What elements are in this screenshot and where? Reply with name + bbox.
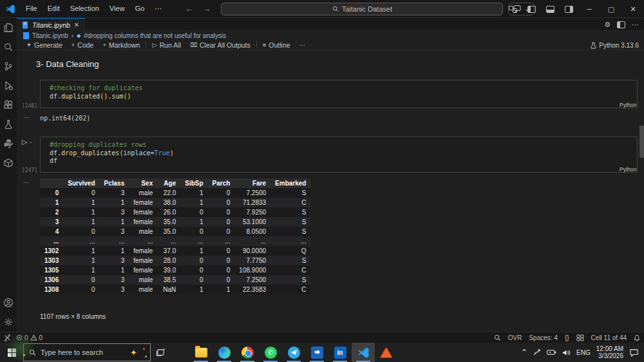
back-arrow-icon[interactable]: ← [185,4,193,14]
run-debug-icon[interactable] [0,76,17,95]
breadcrumb-cell[interactable]: #dropping columns that are not useful fo… [84,32,226,39]
toolbar-more-button[interactable]: ⋯ [295,40,310,50]
command-search-input[interactable]: Taitanic Dataset [221,3,503,15]
maximize-button[interactable]: ▢ [600,0,622,18]
code-cell-1[interactable]: #checking for duplicatesdf.duplicated().… [40,80,638,108]
code-editor[interactable]: #dropping duplicates rowsdf.drop_duplica… [41,137,637,168]
cell-language-label[interactable]: Python [620,166,636,173]
table-cell: 1 [100,198,129,207]
taskbar-app-edge[interactable] [213,343,236,362]
taskbar-app-file-explorer[interactable] [189,343,213,362]
menu-edit[interactable]: Edit [43,3,65,15]
run-cell-button[interactable]: ▷ ⌄ [22,138,32,146]
clock[interactable]: 12:00 AM 3/3/2026 [596,345,623,359]
table-row: 311female35.01053.1000S [40,217,310,227]
table-cell: 1 [63,217,99,227]
start-button[interactable] [0,343,23,362]
telegram-icon [288,347,300,359]
forward-arrow-icon[interactable]: → [202,4,211,14]
table-cell: 0 [208,246,235,256]
taskbar-app-vscode[interactable] [352,343,375,362]
cell-position-indicator[interactable]: Cell 11 of 44 [591,334,627,341]
breadcrumb-file[interactable]: Titanic.ipynb [32,32,68,39]
toolbar-markdown-button[interactable]: +Markdown [98,40,144,50]
task-view-button[interactable] [151,343,170,362]
gear-icon[interactable]: ⚙ [604,21,611,29]
action-center-icon[interactable] [629,348,639,357]
overtype-indicator[interactable]: OVR [508,334,522,341]
editor-scrollbar[interactable] [639,126,644,158]
settings-gear-icon[interactable] [0,312,17,332]
taskbar-app-matlab[interactable] [375,343,398,362]
token-func: sum [111,93,123,100]
more-actions-icon[interactable]: ⋯ [632,21,639,29]
taskbar-app-chrome[interactable] [236,343,259,362]
battery-icon[interactable] [547,349,556,356]
split-editor-icon[interactable] [617,21,625,28]
table-row: 003male22.0107.2500S [40,188,310,198]
taskbar-app-whatsapp[interactable]: ✆ [259,343,282,362]
code-editor[interactable]: #checking for duplicatesdf.duplicated().… [41,81,637,103]
output-collapse-dots[interactable]: ⋯ [23,179,30,186]
table-cell: 7.7750 [234,256,270,265]
menu-selection[interactable]: Selection [65,3,104,15]
customize-layout-icon[interactable] [509,6,517,13]
indentation-indicator[interactable]: Spaces: 4 [529,334,557,341]
menu-view[interactable]: View [104,3,130,15]
table-cell: ... [270,236,310,246]
extensions-icon[interactable] [0,95,17,115]
table-cell: 3 [100,285,129,294]
zoom-icon[interactable] [494,334,501,341]
table-cell: 1 [63,207,99,217]
explorer-icon[interactable] [0,18,17,37]
problems-button[interactable]: 0 0 [16,334,43,341]
language-indicator[interactable]: ENG [576,349,591,356]
testing-icon[interactable] [0,115,17,134]
source-control-icon[interactable] [0,57,17,76]
menu-file[interactable]: File [21,3,43,15]
table-cell: S [270,256,310,265]
table-cell: 0 [180,207,207,217]
taskbar-app-telegram[interactable] [282,343,305,362]
tab-close-icon[interactable]: ✕ [74,21,79,28]
table-cell: 7.2500 [234,275,270,285]
plus-icon: + [71,41,75,48]
cell-language-label[interactable]: Python [620,102,636,108]
toolbar-generate-button[interactable]: ✦Generate [22,40,67,50]
output-collapse-dots[interactable]: ⋯ [23,114,30,121]
usb-icon[interactable] [533,348,541,356]
tray-chevron-up-icon[interactable]: ⌃ [521,348,527,357]
code-cell-2[interactable]: #dropping duplicates rowsdf.drop_duplica… [40,137,638,173]
taskbar-app-stream[interactable] [305,343,328,362]
toolbar-code-button[interactable]: +Code [67,40,99,50]
activity-bar [0,18,17,332]
close-button[interactable]: ✕ [622,0,644,18]
tab-titanic-ipynb[interactable]: Titanic.ipynb ✕ [17,18,85,31]
breadcrumb-separator: › [71,32,73,39]
taskbar-search-input[interactable]: Type here to search ✦ ✦ [23,343,151,361]
account-icon[interactable] [0,293,17,312]
sparkle-small-icon: ✦ [22,352,142,358]
menu-[interactable]: ⋯ [149,3,167,15]
volume-icon[interactable] [562,349,571,356]
toolbar-outline-button[interactable]: ≡Outline [258,40,295,50]
toggle-sidebar-icon[interactable] [527,6,536,13]
toolbar-clear-all-outputs-button[interactable]: ⌧Clear All Outputs [185,40,255,50]
table-cell: 53.1000 [234,217,270,227]
toggle-secondary-sidebar-icon[interactable] [565,6,573,13]
layout-grid-icon[interactable] [576,334,584,341]
toggle-panel-icon[interactable] [546,6,554,13]
kernel-picker[interactable]: Python 3.13.6 [591,40,639,50]
python-icon[interactable] [0,134,17,153]
taskbar-app-linkedin[interactable]: in [328,343,352,362]
language-mode-indicator[interactable]: {} [565,334,569,341]
code-line: df [50,157,637,166]
minimize-button[interactable]: ─ [578,0,600,18]
search-icon[interactable] [0,37,17,57]
table-cell: female [129,207,157,217]
toolbar-run-all-button[interactable]: ▷Run All [147,40,185,50]
jupyter-box-icon[interactable] [0,153,17,173]
menu-go[interactable]: Go [130,3,150,15]
remote-indicator-icon[interactable] [4,334,11,341]
bell-icon[interactable] [634,334,640,341]
